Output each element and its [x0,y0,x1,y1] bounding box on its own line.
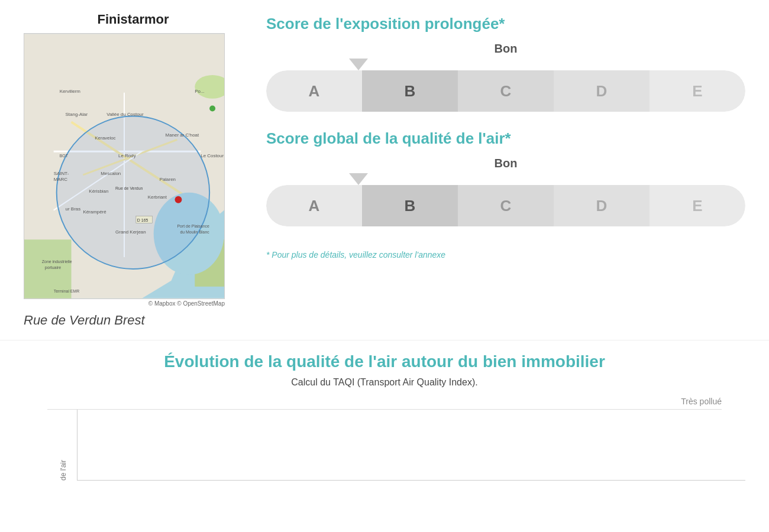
svg-text:ur Bras: ur Bras [66,206,81,212]
svg-text:Maner ar C'hoat: Maner ar C'hoat [166,132,199,138]
arrow-indicator-global [349,173,368,185]
segment-b-prolonged: B [362,70,458,112]
svg-point-38 [175,196,182,203]
spacer-a-global [266,173,328,185]
spacer-rest [389,59,574,70]
svg-text:Palaren: Palaren [160,177,176,182]
svg-text:Zone industrielle: Zone industrielle [42,259,72,264]
segment-a-prolonged: A [266,70,362,112]
score-prolonged-indicator-row [266,59,574,70]
svg-text:Po...: Po... [195,89,204,94]
svg-text:D 165: D 165 [137,218,148,222]
svg-text:du Moulin Blanc: du Moulin Blanc [180,230,209,234]
main-layout: Finistarmor [0,0,769,340]
indicator-b-global [328,173,389,185]
score-global-title: Score global de la qualité de l'air* [266,129,745,148]
segment-c-global: C [458,185,554,226]
indicator-b [328,59,389,70]
svg-text:Vallée du Costour: Vallée du Costour [106,112,144,118]
svg-text:Kérisbian: Kérisbian [89,189,108,194]
svg-text:Le Rody: Le Rody [118,153,136,158]
svg-text:Le Costour: Le Costour [201,153,224,158]
score-global-label: Bon [266,157,745,170]
segment-a-global: A [266,185,362,226]
taqi-text: Calcul du TAQI (Transport Air Quality In… [24,377,745,388]
segment-b-global: B [362,185,458,226]
left-column: Finistarmor [24,12,243,328]
svg-text:Rue de Verdun: Rue de Verdun [115,186,143,190]
score-prolonged-title: Score de l'exposition prolongée* [266,15,745,33]
map-container: Kervillerm Po... Stang-Alar Vallée du Co… [24,33,225,299]
svg-text:MARC: MARC [54,177,68,182]
svg-text:Mescalon: Mescalon [101,171,121,176]
score-global-indicator-row [266,173,574,185]
chart-area: de l'air [24,410,745,481]
svg-text:SAINT-: SAINT- [54,171,69,176]
region-title: Finistarmor [24,12,243,27]
svg-point-11 [57,116,209,269]
svg-text:Kerbriant: Kerbriant [148,194,167,200]
legend-label: Très pollué [681,397,722,406]
segment-e-global: E [650,185,745,226]
svg-text:Kervillerm: Kervillerm [60,89,81,94]
svg-text:portuaire: portuaire [45,265,62,270]
svg-text:Stang-Alar: Stang-Alar [66,112,88,118]
svg-text:Terminal EMR: Terminal EMR [54,289,80,293]
spacer-rest-global [389,173,574,185]
segment-c-prolonged: C [458,70,554,112]
score-global-section: Score global de la qualité de l'air* Bon… [266,129,745,226]
arrow-indicator-prolonged [349,59,368,70]
svg-text:Port de Plaisance: Port de Plaisance [177,224,209,228]
segment-d-prolonged: D [554,70,650,112]
map-svg: Kervillerm Po... Stang-Alar Vallée du Co… [24,34,224,299]
svg-text:Grand Kerjean: Grand Kerjean [115,229,146,235]
score-prolonged-section: Score de l'exposition prolongée* Bon A B… [266,15,745,112]
svg-point-39 [209,106,215,112]
right-column: Score de l'exposition prolongée* Bon A B… [266,12,745,328]
footnote: * Pour plus de détails, veuillez consult… [266,250,745,259]
y-axis-label: de l'air [59,410,67,481]
svg-text:Kérampéré: Kérampéré [83,209,106,215]
svg-text:Keraveloc: Keraveloc [95,135,115,141]
segment-d-global: D [554,185,650,226]
chart-inner [77,410,745,481]
score-bar-global: A B C D E [266,185,745,226]
segment-e-prolonged: E [650,70,745,112]
address-text: Rue de Verdun Brest [24,313,145,328]
chart-legend: Très pollué [24,397,745,406]
bottom-section: Évolution de la qualité de l'air autour … [0,340,769,492]
evolution-title: Évolution de la qualité de l'air autour … [24,352,745,371]
svg-text:BOT: BOT [60,154,69,158]
spacer-a [266,59,328,70]
score-bar-prolonged: A B C D E [266,70,745,112]
map-copyright: © Mapbox © OpenStreetMap [24,300,225,307]
score-prolonged-label: Bon [266,42,745,56]
